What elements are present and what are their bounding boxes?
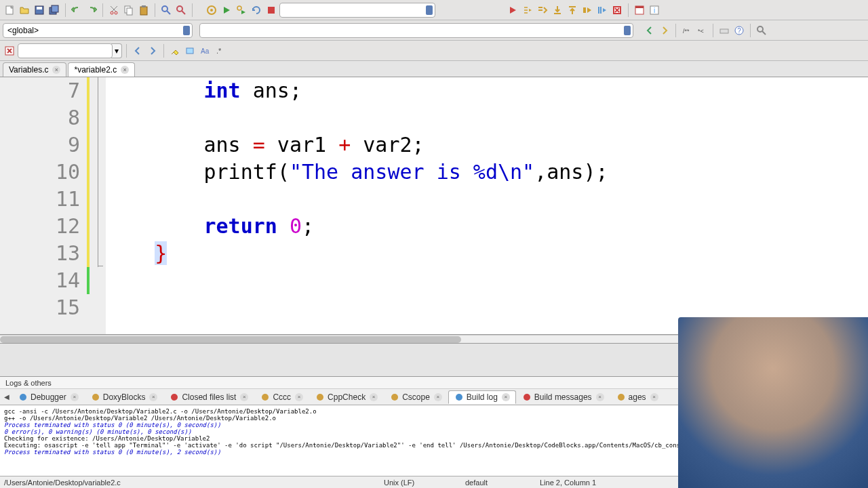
- separator: [163, 44, 164, 58]
- svg-point-5: [111, 12, 113, 14]
- close-icon[interactable]: ×: [295, 393, 303, 401]
- webcam-overlay: [678, 317, 868, 488]
- svg-point-17: [237, 6, 241, 10]
- close-icon[interactable]: ×: [502, 393, 510, 401]
- svg-text:i: i: [654, 7, 655, 14]
- step-out-icon[interactable]: [566, 3, 579, 17]
- log-tab[interactable]: DoxyBlocks×: [85, 390, 164, 404]
- svg-point-44: [317, 394, 323, 401]
- search-input[interactable]: [18, 43, 113, 58]
- log-tab[interactable]: Build log×: [448, 390, 516, 404]
- new-file-icon[interactable]: [3, 3, 16, 17]
- editor-tab[interactable]: Variables.c×: [3, 62, 66, 77]
- log-tab-label: Cccc: [273, 392, 291, 402]
- debug-windows-icon[interactable]: [633, 3, 646, 17]
- close-icon[interactable]: ×: [370, 393, 378, 401]
- copy-icon[interactable]: [122, 3, 136, 17]
- svg-point-13: [177, 6, 182, 12]
- svg-point-40: [20, 394, 26, 401]
- code-line[interactable]: ans = var1 + var2;: [106, 131, 868, 159]
- log-tab[interactable]: Build messages×: [516, 390, 610, 404]
- paste-icon[interactable]: [137, 3, 151, 17]
- help-icon[interactable]: ?: [732, 24, 746, 37]
- svg-rect-8: [127, 8, 132, 15]
- open-file-icon[interactable]: [18, 3, 31, 17]
- step-instr-icon[interactable]: [595, 3, 609, 17]
- rebuild-icon[interactable]: [250, 3, 263, 17]
- scope-dropdown[interactable]: <global>: [3, 23, 193, 38]
- log-tab[interactable]: ages×: [610, 390, 665, 404]
- find-icon[interactable]: [159, 3, 173, 17]
- regex-icon[interactable]: .*: [213, 44, 226, 58]
- log-tab[interactable]: Cscope×: [384, 390, 448, 404]
- code-line[interactable]: printf("The answer is %d\n",ans);: [106, 159, 868, 186]
- svg-rect-22: [569, 6, 576, 7]
- svg-rect-23: [583, 7, 586, 13]
- svg-rect-31: [720, 29, 728, 33]
- svg-text:*<: *<: [698, 28, 704, 35]
- code-line[interactable]: }: [106, 240, 868, 267]
- editor-tab[interactable]: *variable2.c×: [68, 62, 135, 77]
- stop-debug-icon[interactable]: [610, 3, 624, 17]
- close-icon[interactable]: ×: [240, 393, 248, 401]
- fold-strip[interactable]: [92, 77, 106, 334]
- search-dropdown-icon[interactable]: ▾: [111, 43, 122, 58]
- undo-icon[interactable]: [70, 3, 83, 17]
- close-icon[interactable]: ×: [121, 66, 129, 74]
- code-line[interactable]: int ans;: [106, 77, 868, 104]
- comment-block-icon[interactable]: /**: [680, 24, 694, 37]
- code-line[interactable]: [106, 267, 868, 294]
- save-all-icon[interactable]: [47, 3, 61, 17]
- save-icon[interactable]: [33, 3, 46, 17]
- back-icon[interactable]: [643, 24, 656, 37]
- log-tab-icon: [522, 392, 532, 402]
- code-line[interactable]: [106, 104, 868, 131]
- log-tab[interactable]: Closed files list×: [163, 390, 254, 404]
- tab-label: Variables.c: [9, 65, 48, 75]
- replace-icon[interactable]: [174, 3, 188, 17]
- match-case-icon[interactable]: Aa: [198, 44, 212, 58]
- redo-icon[interactable]: [85, 3, 98, 17]
- cut-icon[interactable]: [107, 3, 121, 17]
- log-tab-icon: [616, 392, 626, 402]
- code-content[interactable]: int ans; ans = var1 + var2; printf("The …: [106, 77, 868, 334]
- build-icon[interactable]: [205, 3, 218, 17]
- search-next-icon[interactable]: [146, 44, 159, 58]
- symbol-dropdown[interactable]: [199, 23, 633, 38]
- close-icon[interactable]: ×: [650, 393, 658, 401]
- log-tab[interactable]: CppCheck×: [309, 390, 384, 404]
- step-into-icon[interactable]: [551, 3, 564, 17]
- logs-tabs-prev-icon[interactable]: ◀: [1, 390, 12, 404]
- doxy-run-icon[interactable]: [717, 24, 731, 37]
- log-tab-label: ages: [629, 392, 646, 402]
- highlight-icon[interactable]: [168, 44, 182, 58]
- selection-only-icon[interactable]: [183, 44, 197, 58]
- close-icon[interactable]: ×: [71, 393, 79, 401]
- comment-line-icon[interactable]: *<: [695, 24, 709, 37]
- code-editor[interactable]: 789101112131415 int ans; ans = var1 + va…: [0, 77, 868, 335]
- next-instr-icon[interactable]: [580, 3, 594, 17]
- next-line-icon[interactable]: [536, 3, 549, 17]
- close-icon[interactable]: ×: [149, 393, 157, 401]
- close-icon[interactable]: ×: [52, 66, 60, 74]
- info-icon[interactable]: i: [648, 3, 661, 17]
- run-to-cursor-icon[interactable]: [521, 3, 534, 17]
- log-tab[interactable]: Debugger×: [12, 390, 85, 404]
- build-target-dropdown[interactable]: [279, 3, 435, 18]
- log-tab-icon: [91, 392, 100, 402]
- close-icon[interactable]: ×: [434, 393, 442, 401]
- search-prev-icon[interactable]: [131, 44, 144, 58]
- svg-point-48: [618, 394, 625, 401]
- run-icon[interactable]: [220, 3, 233, 17]
- main-toolbar: i: [0, 0, 868, 20]
- abort-icon[interactable]: [264, 3, 278, 17]
- code-line[interactable]: return 0;: [106, 213, 868, 240]
- forward-icon[interactable]: [658, 24, 671, 37]
- debug-continue-icon[interactable]: [506, 3, 519, 17]
- close-icon[interactable]: ×: [596, 393, 604, 401]
- build-run-icon[interactable]: [235, 3, 248, 17]
- clear-search-icon[interactable]: [3, 44, 16, 58]
- code-line[interactable]: [106, 186, 868, 213]
- search-tool-icon[interactable]: [755, 24, 768, 37]
- log-tab[interactable]: Cccc×: [254, 390, 309, 404]
